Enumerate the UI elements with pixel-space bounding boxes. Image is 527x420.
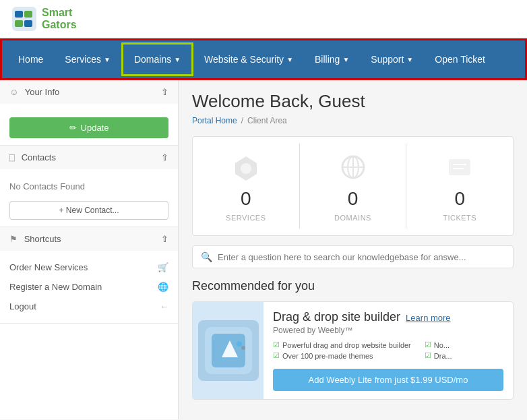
search-input[interactable] (218, 252, 505, 262)
tickets-stat-icon (443, 150, 476, 184)
breadcrumb-separator: / (241, 116, 243, 125)
nav-billing[interactable]: Billing ▼ (304, 44, 360, 74)
domains-dropdown-icon: ▼ (174, 56, 181, 63)
promo-image-inner (198, 320, 259, 381)
check-icon-3: ☑ (425, 340, 431, 349)
svg-point-5 (241, 163, 251, 174)
update-button[interactable]: ✏ Update (9, 117, 168, 138)
stat-tickets: 0 TICKETS (406, 144, 513, 229)
promo-features: ☑ Powerful drag and drop website builder… (273, 340, 503, 362)
your-info-chevron-icon: ⇧ (161, 87, 168, 97)
breadcrumb-home-link[interactable]: Portal Home (192, 116, 237, 125)
logo: Smart Gators (11, 5, 77, 32)
no-contacts-text: No Contacts Found (9, 176, 168, 197)
services-count: 0 (241, 188, 251, 210)
svg-point-17 (241, 346, 245, 350)
shortcut-logout[interactable]: Logout ← (0, 297, 178, 316)
logo-icon (11, 5, 38, 32)
nav-domains[interactable]: Domains ▼ (121, 42, 193, 76)
stat-domains: 0 DOMAINS (300, 144, 407, 229)
user-icon: ☺ (9, 87, 18, 97)
bookmark-icon: ⚑ (9, 234, 18, 244)
nav-website-security[interactable]: Website & Security ▼ (193, 44, 304, 74)
shortcuts-chevron-icon: ⇧ (161, 234, 168, 244)
search-bar: 🔍 (192, 245, 514, 268)
search-icon: 🔍 (201, 251, 212, 262)
recommended-title: Recommended for you (192, 279, 514, 293)
shortcuts-header: ⚑ Shortcuts ⇧ (0, 227, 178, 251)
stats-row: 0 SERVICES 0 DOMAINS (192, 136, 514, 236)
contacts-section: ⎕ Contacts ⇧ No Contacts Found + New Con… (0, 146, 178, 227)
svg-point-16 (237, 341, 242, 347)
welcome-title: Welcome Back, Guest (192, 91, 514, 112)
check-icon-2: ☑ (273, 351, 280, 360)
promo-learn-more-link[interactable]: Learn more (406, 313, 450, 323)
shortcuts-title: Shortcuts (24, 234, 61, 244)
nav-home[interactable]: Home (7, 44, 54, 74)
pencil-icon: ✏ (69, 123, 77, 133)
feature-3: ☑ No... (425, 340, 452, 349)
check-icon-4: ☑ (425, 351, 431, 360)
new-contact-button[interactable]: + New Contact... (9, 201, 168, 220)
sidebar: ☺ Your Info ⇧ ✏ Update ⎕ Contacts ⇧ (0, 80, 179, 419)
nav-open-ticket[interactable]: Open Ticket (424, 44, 496, 74)
weebly-logo-icon (202, 324, 255, 378)
folder-icon: ⎕ (9, 152, 15, 162)
logo-text: Smart Gators (42, 7, 77, 30)
svg-rect-3 (15, 20, 23, 27)
arrow-left-icon: ← (160, 301, 168, 311)
promo-cta-button[interactable]: Add Weebly Lite from just $1.99 USD/mo (273, 369, 503, 391)
shortcut-order-services[interactable]: Order New Services 🛒 (0, 258, 178, 277)
check-icon-1: ☑ (273, 340, 280, 349)
main-content: Welcome Back, Guest Portal Home / Client… (179, 80, 527, 419)
svg-rect-2 (24, 11, 32, 18)
shortcuts-list: Order New Services 🛒 Register a New Doma… (0, 251, 178, 323)
your-info-body: ✏ Update (0, 104, 178, 145)
feature-1: ☑ Powerful drag and drop website builder (273, 340, 411, 349)
main-layout: ☺ Your Info ⇧ ✏ Update ⎕ Contacts ⇧ (0, 80, 527, 419)
svg-rect-10 (449, 159, 470, 175)
website-security-dropdown-icon: ▼ (286, 56, 293, 63)
shortcuts-section: ⚑ Shortcuts ⇧ Order New Services 🛒 Regis… (0, 227, 178, 324)
svg-rect-1 (15, 11, 23, 18)
billing-dropdown-icon: ▼ (342, 56, 349, 63)
domains-label: DOMAINS (334, 214, 371, 222)
feature-2: ☑ Over 100 pre-made themes (273, 351, 411, 360)
breadcrumb: Portal Home / Client Area (192, 116, 514, 125)
promo-subtitle: Powered by Weebly™ (273, 326, 503, 335)
services-stat-icon (229, 150, 263, 184)
cart-icon: 🛒 (158, 262, 168, 272)
svg-rect-4 (24, 20, 32, 27)
promo-title: Drag & drop site builder Learn more (273, 310, 503, 324)
contacts-title: Contacts (22, 152, 56, 162)
nav-support[interactable]: Support ▼ (360, 44, 424, 74)
domains-count: 0 (348, 188, 359, 210)
services-dropdown-icon: ▼ (104, 56, 111, 63)
promo-image (193, 302, 264, 399)
breadcrumb-current: Client Area (247, 116, 287, 125)
promo-content: Drag & drop site builder Learn more Powe… (264, 302, 513, 399)
promo-features-right: ☑ No... ☑ Dra... (425, 340, 452, 362)
your-info-section: ☺ Your Info ⇧ ✏ Update (0, 80, 178, 146)
globe-icon: 🌐 (158, 282, 168, 292)
svg-rect-0 (12, 7, 36, 31)
your-info-header: ☺ Your Info ⇧ (0, 80, 178, 104)
services-label: SERVICES (226, 214, 266, 222)
contacts-chevron-icon: ⇧ (161, 152, 168, 162)
contacts-body: No Contacts Found + New Contact... (0, 169, 178, 227)
promo-card: Drag & drop site builder Learn more Powe… (192, 301, 514, 400)
contacts-header: ⎕ Contacts ⇧ (0, 146, 178, 169)
nav-services[interactable]: Services ▼ (54, 44, 121, 74)
tickets-count: 0 (454, 188, 465, 210)
shortcut-register-domain[interactable]: Register a New Domain 🌐 (0, 277, 178, 297)
domains-stat-icon (336, 150, 370, 184)
promo-features-left: ☑ Powerful drag and drop website builder… (273, 340, 411, 362)
header: Smart Gators (0, 0, 527, 38)
stat-services: 0 SERVICES (193, 144, 300, 229)
support-dropdown-icon: ▼ (406, 56, 413, 63)
your-info-title: Your Info (25, 87, 60, 97)
tickets-label: TICKETS (443, 214, 476, 222)
navbar: Home Services ▼ Domains ▼ Website & Secu… (0, 38, 527, 80)
feature-4: ☑ Dra... (425, 351, 452, 360)
